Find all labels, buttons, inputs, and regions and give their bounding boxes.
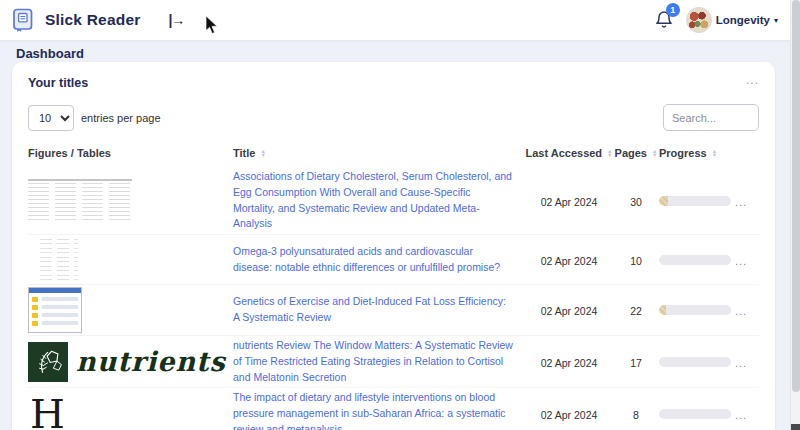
row-last-accessed: 02 Apr 2024 (541, 409, 598, 421)
figure-text: nutrients (76, 346, 226, 377)
progress-bar (659, 357, 731, 367)
row-actions-button[interactable]: ... (735, 305, 747, 317)
notifications-button[interactable]: 1 (654, 9, 676, 31)
table-row: H The impact of dietary and lifestyle in… (28, 388, 759, 430)
table-row: Omega-3 polyunsaturated acids and cardio… (28, 235, 759, 285)
progress-bar (659, 305, 731, 315)
nutrients-logo-icon (28, 342, 68, 382)
search-input[interactable] (663, 104, 759, 131)
figure-thumbnail (40, 239, 78, 281)
figure-thumbnail (28, 287, 82, 333)
column-header-figures: Figures / Tables (28, 141, 233, 167)
row-actions-button[interactable]: ... (735, 255, 747, 267)
row-last-accessed: 02 Apr 2024 (541, 357, 598, 369)
row-pages: 30 (630, 196, 642, 208)
row-figure: H (28, 394, 233, 430)
user-name: Longevity (716, 14, 770, 26)
notification-badge: 1 (666, 3, 680, 17)
row-figure (28, 287, 233, 333)
row-title-link[interactable]: Genetics of Exercise and Diet-Induced Fa… (233, 294, 525, 326)
page-title: Dashboard (16, 46, 84, 61)
row-title-link[interactable]: nutrients Review The Window Matters: A S… (233, 338, 525, 385)
app-brand[interactable]: Slick Reader (10, 7, 140, 33)
entries-per-page-label: entries per page (81, 112, 161, 124)
titles-table-body: Associations of Dietary Cholesterol, Ser… (28, 167, 759, 430)
top-navbar: Slick Reader |→ 1 Longevity ▾ (0, 0, 800, 40)
row-last-accessed: 02 Apr 2024 (541, 196, 598, 208)
row-last-accessed: 02 Apr 2024 (541, 255, 598, 267)
sort-icon[interactable]: ▲▼ (712, 149, 717, 157)
your-titles-panel: Your titles ... 10 entries per page Figu… (12, 62, 775, 430)
entries-per-page-select[interactable]: 10 (28, 105, 74, 131)
column-header-pages[interactable]: Pages ▲▼ (613, 141, 659, 167)
app-name: Slick Reader (45, 11, 140, 29)
column-header-last-accessed[interactable]: Last Accessed ▲▼ (525, 141, 613, 167)
row-figure (28, 179, 233, 223)
user-menu[interactable]: Longevity ▾ (686, 7, 778, 33)
table-row: Associations of Dietary Cholesterol, Ser… (28, 167, 759, 235)
row-pages: 8 (633, 409, 639, 421)
column-header-title[interactable]: Title ▲▼ (233, 141, 525, 167)
progress-fill (659, 196, 668, 206)
titles-table: Figures / Tables Title ▲▼ Last Accessed … (28, 141, 759, 430)
panel-title: Your titles (28, 76, 88, 90)
chevron-down-icon: ▾ (774, 16, 778, 25)
table-row: nutrients nutrients Review The Window Ma… (28, 336, 759, 388)
scrollbar-corner (791, 424, 800, 430)
figure-thumbnail (28, 179, 132, 223)
sidebar-expand-icon[interactable]: |→ (168, 12, 184, 28)
table-row: Genetics of Exercise and Diet-Induced Fa… (28, 285, 759, 336)
progress-fill (659, 305, 666, 315)
row-figure (28, 239, 233, 281)
row-pages: 22 (630, 305, 642, 317)
row-actions-button[interactable]: ... (735, 196, 747, 208)
vertical-scrollbar[interactable] (790, 0, 800, 430)
row-actions-button[interactable]: ... (735, 409, 747, 421)
row-title-link[interactable]: Associations of Dietary Cholesterol, Ser… (233, 169, 525, 232)
row-actions-button[interactable]: ... (735, 357, 747, 369)
progress-bar (659, 255, 731, 265)
row-pages: 17 (630, 357, 642, 369)
sort-icon[interactable]: ▲▼ (260, 149, 265, 157)
scrollbar-thumb[interactable] (792, 0, 800, 392)
sort-icon[interactable]: ▲▼ (652, 149, 657, 157)
avatar (686, 7, 712, 33)
progress-bar (659, 196, 731, 206)
sort-icon[interactable]: ▲▼ (607, 149, 612, 157)
row-pages: 10 (630, 255, 642, 267)
progress-bar (659, 409, 731, 419)
column-header-progress[interactable]: Progress ▲▼ (659, 141, 735, 167)
row-title-link[interactable]: The impact of dietary and lifestyle inte… (233, 390, 525, 430)
row-last-accessed: 02 Apr 2024 (541, 305, 598, 317)
figure-text: H (30, 394, 65, 430)
row-title-link[interactable]: Omega-3 polyunsaturated acids and cardio… (233, 244, 525, 276)
app-logo-icon (10, 7, 36, 33)
row-figure: nutrients (28, 342, 233, 382)
panel-menu-button[interactable]: ... (746, 76, 759, 84)
